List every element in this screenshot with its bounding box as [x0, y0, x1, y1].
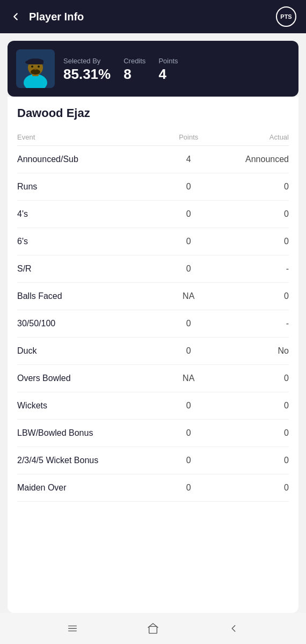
content-area: Dawood Ejaz Event Points Actual Announce… — [8, 97, 298, 613]
points-cell: 0 — [170, 255, 207, 283]
home-nav-button[interactable] — [142, 618, 164, 639]
table-row: 4's00 — [17, 201, 289, 228]
actual-cell: 0 — [207, 173, 289, 201]
selected-by-label: Selected By — [63, 57, 111, 65]
event-cell: Wickets — [17, 392, 170, 420]
actual-cell: - — [207, 310, 289, 338]
table-row: Balls FacedNA0 — [17, 283, 289, 310]
table-row: S/R0- — [17, 255, 289, 283]
actual-cell: 0 — [207, 392, 289, 420]
table-row: Wickets00 — [17, 392, 289, 420]
table-row: 2/3/4/5 Wicket Bonus00 — [17, 447, 289, 474]
svg-point-9 — [38, 65, 40, 68]
player-card: Selected By 85.31% Credits 8 Points 4 — [8, 41, 298, 97]
stats-table: Event Points Actual Announced/Sub4Announ… — [17, 129, 289, 502]
svg-point-8 — [31, 65, 33, 68]
points-label: Points — [158, 57, 178, 65]
points-value: 4 — [158, 67, 178, 81]
event-cell: Balls Faced — [17, 283, 170, 310]
col-event: Event — [17, 129, 170, 146]
credits-value: 8 — [123, 67, 145, 81]
event-cell: 4's — [17, 201, 170, 228]
event-cell: Announced/Sub — [17, 146, 170, 173]
col-actual: Actual — [207, 129, 289, 146]
table-row: 6's00 — [17, 228, 289, 255]
points-cell: 4 — [170, 146, 207, 173]
actual-cell: 0 — [207, 447, 289, 474]
back-nav-button[interactable] — [223, 618, 244, 639]
actual-cell: - — [207, 255, 289, 283]
table-row: Maiden Over00 — [17, 474, 289, 502]
menu-nav-button[interactable] — [62, 618, 83, 639]
app-header: Player Info PTS — [0, 0, 306, 33]
points-cell: NA — [170, 283, 207, 310]
points-cell: 0 — [170, 447, 207, 474]
actual-cell: 0 — [207, 420, 289, 447]
event-cell: 6's — [17, 228, 170, 255]
actual-cell: 0 — [207, 283, 289, 310]
actual-cell: 0 — [207, 201, 289, 228]
event-cell: Maiden Over — [17, 474, 170, 502]
credits-label: Credits — [123, 57, 145, 65]
actual-cell: Announced — [207, 146, 289, 173]
back-button[interactable] — [10, 11, 21, 23]
points-cell: 0 — [170, 474, 207, 502]
table-row: 30/50/1000- — [17, 310, 289, 338]
pts-button[interactable]: PTS — [276, 6, 296, 27]
col-points: Points — [170, 129, 207, 146]
event-cell: Overs Bowled — [17, 365, 170, 392]
actual-cell: 0 — [207, 474, 289, 502]
svg-point-6 — [25, 61, 31, 64]
points-cell: NA — [170, 365, 207, 392]
points-cell: 0 — [170, 420, 207, 447]
table-row: LBW/Bowled Bonus00 — [17, 420, 289, 447]
avatar — [16, 49, 55, 88]
table-row: Duck0No — [17, 338, 289, 365]
page-title: Player Info — [29, 11, 276, 23]
nav-bar — [0, 613, 306, 644]
table-header-row: Event Points Actual — [17, 129, 289, 146]
table-row: Overs BowledNA0 — [17, 365, 289, 392]
player-name: Dawood Ejaz — [17, 106, 289, 120]
actual-cell: 0 — [207, 365, 289, 392]
points-cell: 0 — [170, 201, 207, 228]
svg-rect-14 — [149, 626, 157, 633]
svg-point-10 — [34, 69, 37, 70]
points-stat: Points 4 — [158, 57, 178, 81]
event-cell: S/R — [17, 255, 170, 283]
event-cell: 30/50/100 — [17, 310, 170, 338]
actual-cell: No — [207, 338, 289, 365]
player-stats: Selected By 85.31% Credits 8 Points 4 — [63, 57, 178, 81]
event-cell: Runs — [17, 173, 170, 201]
event-cell: LBW/Bowled Bonus — [17, 420, 170, 447]
credits-stat: Credits 8 — [123, 57, 145, 81]
points-cell: 0 — [170, 228, 207, 255]
selected-by-value: 85.31% — [63, 67, 111, 81]
table-row: Announced/Sub4Announced — [17, 146, 289, 173]
points-cell: 0 — [170, 392, 207, 420]
event-cell: Duck — [17, 338, 170, 365]
points-cell: 0 — [170, 173, 207, 201]
selected-by-stat: Selected By 85.31% — [63, 57, 111, 81]
event-cell: 2/3/4/5 Wicket Bonus — [17, 447, 170, 474]
table-row: Runs00 — [17, 173, 289, 201]
actual-cell: 0 — [207, 228, 289, 255]
points-cell: 0 — [170, 310, 207, 338]
points-cell: 0 — [170, 338, 207, 365]
